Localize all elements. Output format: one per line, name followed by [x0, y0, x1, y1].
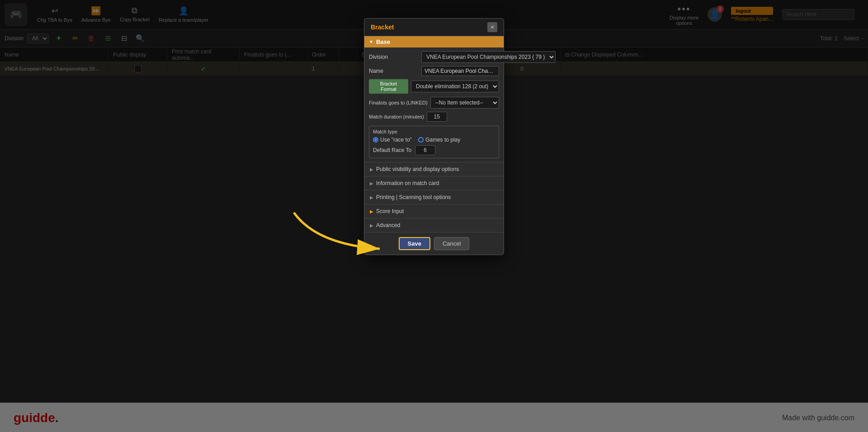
radio-race-to[interactable]: Use "race to" — [373, 137, 412, 143]
printing-section: ▶ Printing | Scanning tool options — [364, 190, 504, 204]
public-visibility-header[interactable]: ▶ Public visibility and display options — [364, 162, 504, 176]
match-type-title: Match type — [373, 129, 495, 134]
match-type-box: Match type Use "race to" Games to play D… — [369, 126, 499, 158]
info-match-card-header[interactable]: ▶ Information on match card — [364, 176, 504, 190]
bracket-format-label: Bracket Format — [369, 79, 408, 94]
match-duration-row: Match duration (minutes) — [369, 112, 499, 122]
finalists-dropdown[interactable]: --No Item selected-- — [430, 97, 499, 109]
finalists-label: Finalists goes to (LINKED) — [369, 100, 428, 105]
match-duration-input[interactable] — [427, 112, 447, 122]
info-match-card-label: Information on match card — [376, 180, 439, 186]
modal-title: Bracket — [371, 24, 394, 31]
public-visibility-label: Public visibility and display options — [376, 166, 459, 172]
info-match-card-arrow: ▶ — [370, 181, 373, 186]
score-input-header[interactable]: ▶ Score Input — [364, 204, 504, 218]
division-field-row: Division VNEA European Pool Championship… — [369, 51, 499, 63]
modal-footer: Save Cancel — [364, 232, 504, 255]
division-dropdown[interactable]: VNEA European Pool Championships 2023 ( … — [421, 51, 556, 63]
modal-overlay: Bracket × ▼ Base Division VNEA European … — [0, 0, 868, 432]
modal-close-button[interactable]: × — [487, 22, 497, 32]
name-field-value: VNEA European Pool Champion... — [421, 66, 499, 76]
modal-body: ▼ Base Division VNEA European Pool Champ… — [364, 36, 504, 232]
radio-games-to-play[interactable]: Games to play — [418, 137, 460, 143]
radio-race-label: Use "race to" — [380, 137, 412, 143]
base-section-header[interactable]: ▼ Base — [364, 36, 504, 47]
public-visibility-section: ▶ Public visibility and display options — [364, 162, 504, 176]
bracket-format-row: Bracket Format Double elimination 128 (2… — [369, 79, 499, 94]
bracket-modal: Bracket × ▼ Base Division VNEA European … — [364, 18, 504, 255]
division-field-label: Division — [369, 54, 419, 60]
base-section-label: Base — [376, 38, 390, 45]
score-input-label: Score Input — [376, 208, 404, 214]
cancel-button[interactable]: Cancel — [434, 237, 469, 250]
printing-label: Printing | Scanning tool options — [376, 194, 451, 200]
advanced-section: ▶ Advanced — [364, 218, 504, 232]
advanced-label: Advanced — [376, 222, 400, 228]
radio-dot-games — [418, 137, 424, 142]
default-race-row: Default Race To — [373, 145, 495, 155]
score-input-arrow: ▶ — [370, 209, 373, 214]
default-race-label: Default Race To — [373, 147, 411, 153]
advanced-header[interactable]: ▶ Advanced — [364, 218, 504, 232]
info-match-card-section: ▶ Information on match card — [364, 176, 504, 190]
radio-row: Use "race to" Games to play — [373, 137, 495, 143]
advanced-arrow: ▶ — [370, 223, 373, 228]
name-field-label: Name — [369, 68, 419, 74]
finalists-row: Finalists goes to (LINKED) --No Item sel… — [369, 97, 499, 109]
base-arrow-icon: ▼ — [369, 39, 373, 44]
score-input-section: ▶ Score Input — [364, 204, 504, 218]
printing-header[interactable]: ▶ Printing | Scanning tool options — [364, 190, 504, 204]
modal-header: Bracket × — [364, 19, 504, 36]
match-duration-label: Match duration (minutes) — [369, 114, 424, 119]
default-race-input[interactable] — [415, 145, 435, 155]
name-field-row: Name VNEA European Pool Champion... — [369, 66, 499, 76]
bracket-format-dropdown[interactable]: Double elimination 128 (2 out) — [411, 81, 499, 92]
printing-arrow: ▶ — [370, 195, 373, 200]
radio-games-label: Games to play — [425, 137, 460, 143]
base-section-body: Division VNEA European Pool Championship… — [364, 47, 504, 162]
radio-dot-race — [373, 137, 378, 142]
save-button[interactable]: Save — [399, 237, 430, 250]
public-visibility-arrow: ▶ — [370, 167, 373, 172]
